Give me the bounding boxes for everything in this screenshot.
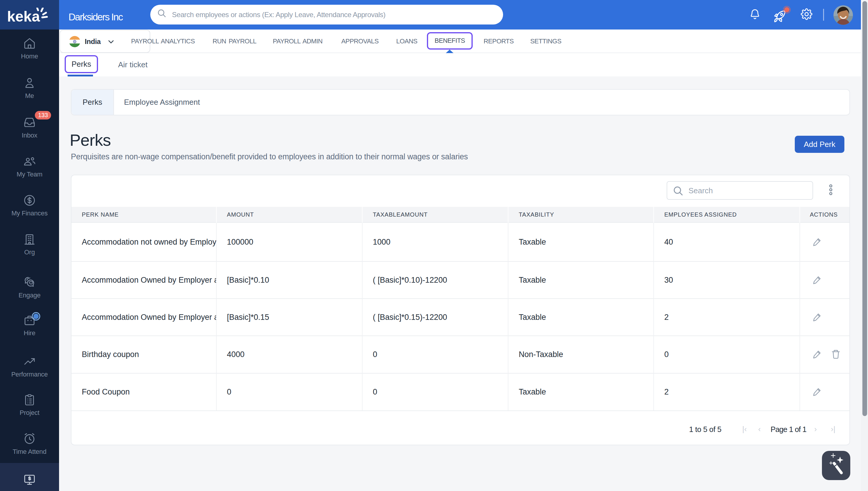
svg-text:keka: keka xyxy=(7,8,40,25)
